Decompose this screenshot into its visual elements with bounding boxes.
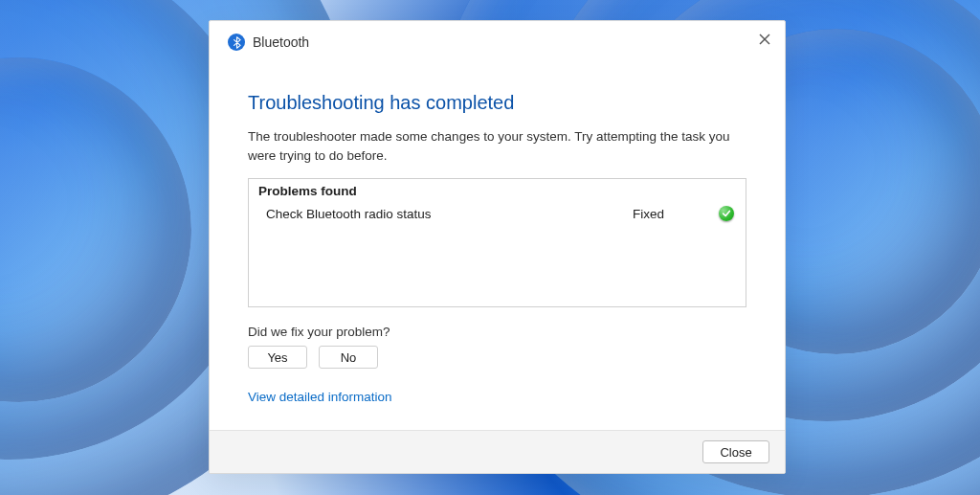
troubleshooter-dialog: Bluetooth Troubleshooting has completed … bbox=[209, 20, 786, 474]
dialog-title: Bluetooth bbox=[253, 34, 309, 50]
desktop-background: Bluetooth Troubleshooting has completed … bbox=[0, 0, 980, 495]
bluetooth-icon bbox=[228, 34, 245, 51]
main-heading: Troubleshooting has completed bbox=[248, 92, 746, 114]
dialog-body: Troubleshooting has completed The troubl… bbox=[210, 63, 785, 430]
dialog-header: Bluetooth bbox=[210, 21, 785, 63]
feedback-buttons: Yes No bbox=[248, 346, 746, 369]
check-icon bbox=[719, 206, 734, 221]
problem-status: Fixed bbox=[633, 207, 719, 221]
dialog-footer: Close bbox=[210, 430, 785, 473]
subtext: The troubleshooter made some changes to … bbox=[248, 127, 746, 165]
feedback-question: Did we fix your problem? bbox=[248, 325, 746, 339]
yes-button[interactable]: Yes bbox=[248, 346, 307, 369]
status-icon-wrap bbox=[719, 206, 734, 221]
view-detailed-information-link[interactable]: View detailed information bbox=[248, 390, 746, 404]
problem-name: Check Bluetooth radio status bbox=[266, 207, 633, 221]
problems-found-box: Problems found Check Bluetooth radio sta… bbox=[248, 178, 746, 307]
problem-row: Check Bluetooth radio status Fixed bbox=[249, 202, 746, 225]
window-close-button[interactable] bbox=[750, 25, 779, 54]
problems-found-header: Problems found bbox=[249, 179, 746, 202]
close-button[interactable]: Close bbox=[702, 440, 769, 463]
no-button[interactable]: No bbox=[319, 346, 378, 369]
